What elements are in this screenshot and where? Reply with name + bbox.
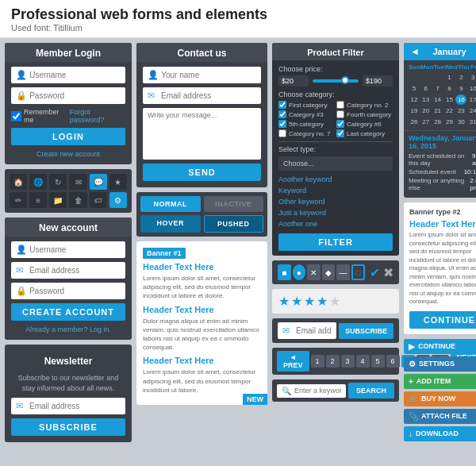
cat-check-2[interactable] [336, 101, 344, 109]
cal-today[interactable]: 16 [455, 94, 466, 105]
remember-checkbox[interactable] [11, 111, 21, 121]
cat-check-8[interactable] [336, 129, 344, 137]
contact-send-button[interactable]: SEND [143, 164, 261, 181]
contact-name-input[interactable] [161, 71, 256, 79]
prev-page-button[interactable]: ◄ PREV [277, 351, 309, 372]
login-button[interactable]: LOGIN [11, 128, 125, 145]
page-5-button[interactable]: 5 [371, 355, 385, 368]
cal-day[interactable]: 13 [420, 94, 432, 105]
hover-button[interactable]: HOVER [140, 215, 201, 233]
edit-icon[interactable]: ✏ [10, 192, 27, 208]
star-5[interactable]: ★ [329, 294, 340, 309]
settings-button[interactable]: ⚙ SETTINGS [404, 356, 476, 372]
shape-circle-icon[interactable]: ● [293, 264, 306, 280]
page-6-button[interactable]: 6 [386, 355, 400, 368]
star-4[interactable]: ★ [317, 294, 328, 309]
cal-day[interactable]: 30 [455, 117, 466, 127]
shape-diamond-icon[interactable]: ◆ [322, 264, 336, 280]
search-input[interactable] [294, 387, 341, 395]
cal-day[interactable]: 21 [432, 106, 443, 116]
chat-icon[interactable]: 💬 [90, 174, 107, 190]
keyword-5[interactable]: Another one [278, 218, 393, 229]
attach-file-button[interactable]: 📎 ATTACH FILE [404, 409, 476, 424]
subscribe-button[interactable]: SUBSCRIBE [339, 323, 393, 339]
create-account-button[interactable]: CREATE ACCOUNT [11, 303, 125, 321]
keyword-1[interactable]: Another keyword [278, 174, 393, 185]
cal-day[interactable]: 10 [467, 83, 476, 94]
cal-day[interactable]: 24 [467, 106, 476, 116]
page-3-button[interactable]: 3 [341, 355, 355, 368]
keyword-4[interactable]: Just a keyword [278, 207, 393, 218]
search-button[interactable]: SEARCH [348, 383, 394, 399]
cat-check-1[interactable] [278, 101, 286, 109]
cal-day[interactable]: 26 [409, 117, 420, 127]
pushed-button[interactable]: PUSHED [204, 215, 264, 233]
create-account-link[interactable]: Create new account [36, 150, 100, 158]
continue-button[interactable]: ▶ CONTINUE [404, 339, 476, 354]
home-icon[interactable]: 🏠 [10, 174, 27, 190]
cal-day[interactable]: 2 [455, 72, 466, 83]
trash-icon[interactable]: 🗑 [69, 192, 86, 208]
keyword-2[interactable]: Keyword [278, 185, 393, 196]
price-slider[interactable] [313, 79, 359, 83]
cal-day[interactable]: 23 [455, 106, 466, 116]
page-1-button[interactable]: 1 [311, 355, 324, 368]
cat-check-3[interactable] [278, 110, 286, 118]
cal-day[interactable]: 8 [444, 83, 455, 94]
add-item-button[interactable]: + ADD ITEM [404, 374, 476, 389]
login-link[interactable]: Already a member? Log in. [25, 325, 111, 333]
globe-icon[interactable]: 🌐 [29, 174, 47, 190]
keyword-3[interactable]: Other keyword [278, 196, 393, 207]
cal-day[interactable]: 27 [420, 117, 432, 127]
cal-day[interactable]: 19 [409, 106, 420, 116]
star-3[interactable]: ★ [304, 294, 315, 309]
banner2-continue-button[interactable]: CONTINUE [409, 311, 476, 329]
star-2[interactable]: ★ [291, 294, 302, 309]
price-max-input[interactable] [363, 75, 393, 87]
download-button[interactable]: ↓ DOWNLOAD [404, 426, 476, 441]
new-email-input[interactable] [29, 266, 121, 275]
cal-day[interactable]: 7 [432, 83, 443, 94]
newsletter-email-input[interactable] [29, 402, 121, 410]
cal-day[interactable]: 31 [467, 117, 476, 127]
cat-check-7[interactable] [278, 129, 286, 137]
cal-day[interactable]: 1 [444, 72, 455, 83]
filter-button[interactable]: FILTER [278, 233, 393, 251]
settings-icon[interactable]: ⚙ [109, 192, 127, 208]
cat-check-6[interactable] [336, 120, 344, 128]
cat-check-4[interactable] [336, 110, 344, 118]
cal-day[interactable]: 20 [420, 106, 432, 116]
subscribe-email-input[interactable] [296, 326, 332, 335]
list-icon[interactable]: ≡ [29, 192, 47, 208]
newsletter-subscribe-button[interactable]: SUBSCRIBE [11, 418, 125, 436]
cal-day[interactable]: 28 [432, 117, 443, 127]
cal-day[interactable]: 6 [420, 83, 432, 94]
shape-square-icon[interactable]: ■ [278, 264, 291, 280]
cal-day[interactable]: 17 [467, 94, 476, 105]
folder-icon[interactable]: 📁 [49, 192, 67, 208]
forgot-password-link[interactable]: Forgot password? [70, 108, 125, 124]
cal-day[interactable]: 5 [409, 83, 420, 94]
price-min-input[interactable] [278, 75, 309, 87]
refresh-icon[interactable]: ↻ [49, 174, 67, 190]
contact-email-input[interactable] [161, 91, 256, 100]
remember-label[interactable]: Remember me [11, 108, 70, 124]
cal-prev-button[interactable]: ◄ [410, 46, 420, 57]
contact-message-textarea[interactable] [148, 111, 256, 155]
username-input[interactable] [29, 71, 121, 79]
tag-icon[interactable]: 🏷 [90, 192, 107, 208]
normal-button[interactable]: NORMAL [140, 196, 201, 212]
cal-day[interactable]: 12 [409, 94, 420, 105]
cal-day[interactable]: 3 [467, 72, 476, 83]
star-rating[interactable]: ★ ★ ★ ★ ★ [278, 294, 340, 309]
cal-day[interactable]: 15 [444, 94, 455, 105]
cal-day[interactable]: 29 [444, 117, 455, 127]
page-2-button[interactable]: 2 [326, 355, 340, 368]
cat-check-5[interactable] [278, 120, 286, 128]
cal-day[interactable]: 9 [455, 83, 466, 94]
shape-outline-icon[interactable]: □ [351, 264, 365, 280]
mail-icon[interactable]: ✉ [69, 174, 86, 190]
star-1[interactable]: ★ [278, 294, 290, 309]
shape-minus-icon[interactable]: — [336, 264, 350, 280]
new-username-input[interactable] [29, 245, 121, 254]
